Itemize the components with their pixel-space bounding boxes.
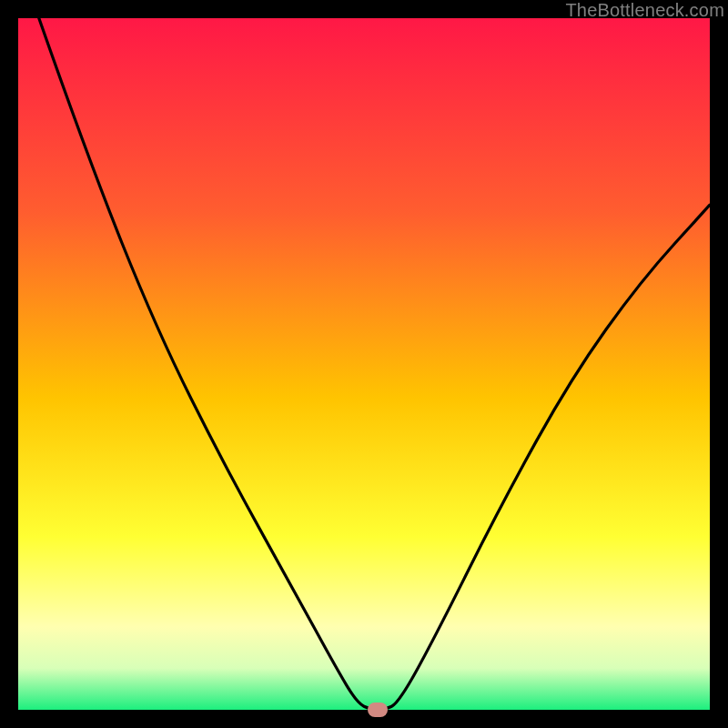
bottleneck-curve bbox=[18, 18, 710, 710]
bottleneck-chart: TheBottleneck.com bbox=[0, 0, 728, 728]
optimal-point-marker bbox=[368, 703, 388, 717]
attribution-text: TheBottleneck.com bbox=[565, 0, 724, 21]
plot-area bbox=[18, 18, 710, 710]
